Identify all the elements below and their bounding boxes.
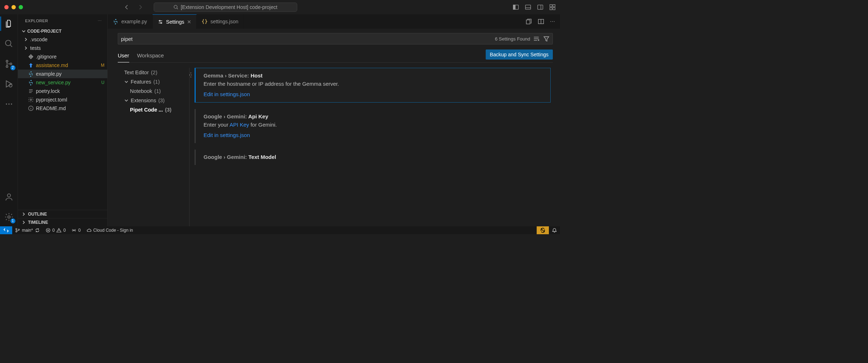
live-share-icon[interactable] xyxy=(537,226,549,234)
file-name: new_service.py xyxy=(36,80,71,85)
sidebar-more-icon[interactable]: ⋯ xyxy=(98,19,102,23)
file-name: example.py xyxy=(36,71,62,77)
close-tab-icon[interactable]: ✕ xyxy=(187,19,191,25)
folder-name: .vscode xyxy=(30,37,47,42)
editor-tab[interactable]: example.py xyxy=(108,14,153,29)
editor-tabs: example.py Settings ✕ settings.json ⋯ xyxy=(108,14,560,29)
chevron-right-icon xyxy=(24,46,28,50)
setting-description: Enter your API Key for Gemini. xyxy=(204,122,544,128)
activity-search[interactable] xyxy=(0,38,18,50)
layout-panel-icon[interactable] xyxy=(525,4,531,10)
file-row[interactable]: new_service.py U xyxy=(18,78,107,87)
ports[interactable]: 0 xyxy=(69,228,84,233)
edit-in-json-link[interactable]: Edit in settings.json xyxy=(204,91,250,97)
settings-result-count: 6 Settings Found xyxy=(495,36,530,42)
command-center-title: [Extension Development Host] code-projec… xyxy=(181,4,277,10)
setting-desc-link[interactable]: API Key xyxy=(230,122,249,128)
svg-point-28 xyxy=(18,229,20,231)
svg-rect-2 xyxy=(513,5,515,9)
problems[interactable]: 0 0 xyxy=(43,228,69,233)
file-row[interactable]: .gitignore xyxy=(18,52,107,61)
file-icon xyxy=(28,80,34,85)
toc-count: (2) xyxy=(151,70,158,75)
settings-search-input[interactable] xyxy=(121,36,495,42)
settings-search[interactable]: 6 Settings Found xyxy=(118,33,553,44)
editor-tab[interactable]: settings.json xyxy=(197,14,244,29)
toc-row[interactable]: Notebook (1) xyxy=(118,86,186,96)
settings-editor: 6 Settings Found User Workspace Backup a… xyxy=(108,29,560,226)
svg-rect-3 xyxy=(526,5,531,9)
command-center[interactable]: [Extension Development Host] code-projec… xyxy=(154,3,297,12)
clear-search-icon[interactable] xyxy=(533,36,540,42)
notifications-icon[interactable] xyxy=(549,226,560,234)
outline-section[interactable]: OUTLINE xyxy=(18,210,107,218)
sync-settings-button[interactable]: Backup and Sync Settings xyxy=(486,50,553,60)
open-changes-icon[interactable] xyxy=(526,18,532,25)
file-status: M xyxy=(101,63,104,68)
git-branch[interactable]: main* xyxy=(12,228,43,233)
nav-forward-icon[interactable] xyxy=(137,4,144,10)
tab-label: settings.json xyxy=(210,19,238,24)
layout-primary-icon[interactable] xyxy=(513,4,519,10)
nav-back-icon[interactable] xyxy=(123,4,130,10)
toc-count: (1) xyxy=(153,79,160,85)
activity-explorer[interactable] xyxy=(0,18,18,29)
filter-icon[interactable] xyxy=(543,36,550,42)
file-row[interactable]: README.md xyxy=(18,104,107,113)
scm-badge: 2 xyxy=(10,65,15,70)
svg-point-18 xyxy=(8,216,10,218)
outline-label: OUTLINE xyxy=(28,212,47,217)
activity-accounts[interactable] xyxy=(0,191,18,203)
toc-label: Notebook xyxy=(130,88,152,94)
activity-settings[interactable]: 1 xyxy=(0,211,18,223)
activity-more-icon[interactable] xyxy=(0,98,18,110)
project-name: CODE-PROJECT xyxy=(27,29,61,34)
setting-item[interactable]: Google › Gemini: Api Key Enter your API … xyxy=(195,109,551,143)
file-icon xyxy=(28,54,34,60)
file-status: U xyxy=(101,80,104,85)
file-icon xyxy=(28,105,34,111)
timeline-section[interactable]: TIMELINE xyxy=(18,218,107,226)
file-row[interactable]: poetry.lock xyxy=(18,87,107,95)
file-row[interactable]: example.py xyxy=(18,70,107,78)
toc-label: Pipet Code ... xyxy=(130,107,163,113)
layout-customize-icon[interactable] xyxy=(549,4,556,10)
toc-row[interactable]: Features (1) xyxy=(118,77,186,86)
toc-row[interactable]: Text Editor (2) xyxy=(118,68,186,77)
svg-point-27 xyxy=(16,231,17,232)
edit-in-json-link[interactable]: Edit in settings.json xyxy=(204,132,250,138)
toc-row[interactable]: Pipet Code ... (3) xyxy=(118,105,186,114)
more-actions-icon[interactable]: ⋯ xyxy=(550,19,555,24)
svg-rect-6 xyxy=(553,5,555,7)
scope-workspace-tab[interactable]: Workspace xyxy=(137,50,164,62)
chevron-down-icon xyxy=(124,98,129,103)
scope-user-tab[interactable]: User xyxy=(118,50,129,62)
svg-point-9 xyxy=(5,40,11,46)
folder-row[interactable]: tests xyxy=(18,44,107,52)
tab-icon xyxy=(202,19,207,24)
cloud-code[interactable]: Cloud Code - Sign in xyxy=(84,228,136,233)
svg-rect-7 xyxy=(550,8,552,10)
setting-item[interactable]: Gemma › Service: Host Enter the hostname… xyxy=(195,68,551,103)
remote-indicator[interactable] xyxy=(0,226,12,234)
close-window-icon[interactable] xyxy=(4,5,9,9)
split-editor-icon[interactable] xyxy=(538,18,544,25)
setting-title: Google › Gemini: Text Model xyxy=(204,154,544,160)
activity-source-control[interactable]: 2 xyxy=(0,58,18,70)
sync-icon[interactable] xyxy=(35,228,40,233)
toc-label: Features xyxy=(131,79,151,85)
chevron-down-icon xyxy=(22,29,26,33)
project-header[interactable]: CODE-PROJECT xyxy=(18,28,107,34)
file-row[interactable]: assistance.md M xyxy=(18,61,107,70)
editor-tab[interactable]: Settings ✕ xyxy=(153,14,197,29)
settings-badge: 1 xyxy=(10,218,15,223)
maximize-window-icon[interactable] xyxy=(19,5,23,9)
toc-row[interactable]: Extensions (3) xyxy=(118,96,186,105)
file-row[interactable]: pyproject.toml xyxy=(18,95,107,104)
minimize-window-icon[interactable] xyxy=(11,5,16,9)
folder-row[interactable]: .vscode xyxy=(18,35,107,44)
gear-icon[interactable] xyxy=(190,72,192,78)
setting-item[interactable]: Google › Gemini: Text Model xyxy=(195,150,551,165)
layout-secondary-icon[interactable] xyxy=(537,4,543,10)
activity-run-debug[interactable] xyxy=(0,78,18,90)
